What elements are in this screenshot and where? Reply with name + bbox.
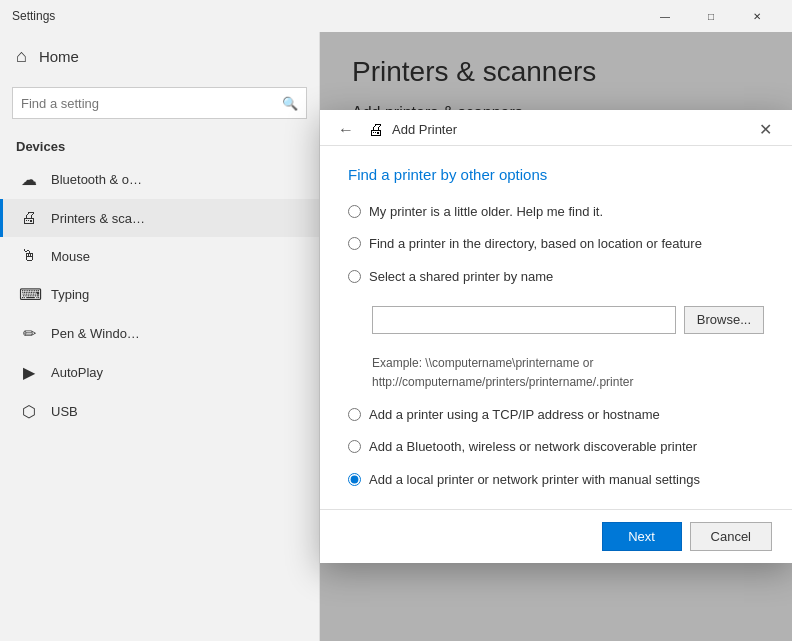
sidebar-item-label: Bluetooth & o… — [51, 172, 142, 187]
content-area: Printers & scanners Add printers & scann… — [320, 32, 792, 641]
minimize-button[interactable]: — — [642, 0, 688, 32]
sidebar-item-usb[interactable]: ⬡ USB — [0, 392, 319, 431]
autoplay-icon: ▶ — [19, 363, 39, 382]
radio-tcpip-label: Add a printer using a TCP/IP address or … — [369, 406, 660, 424]
radio-directory[interactable] — [348, 237, 361, 250]
sidebar-item-autoplay[interactable]: ▶ AutoPlay — [0, 353, 319, 392]
pen-icon: ✏ — [19, 324, 39, 343]
cancel-button[interactable]: Cancel — [690, 522, 772, 551]
radio-bluetooth-label: Add a Bluetooth, wireless or network dis… — [369, 438, 697, 456]
radio-item-local[interactable]: Add a local printer or network printer w… — [348, 471, 764, 489]
radio-directory-label: Find a printer in the directory, based o… — [369, 235, 702, 253]
sidebar-home-label: Home — [39, 48, 79, 65]
app-layout: ⌂ Home 🔍 Devices ☁ Bluetooth & o… 🖨 Prin… — [0, 32, 792, 641]
dialog-titlebar: ← 🖨 Add Printer ✕ — [320, 110, 792, 146]
keyboard-icon: ⌨ — [19, 285, 39, 304]
radio-older-label: My printer is a little older. Help me fi… — [369, 203, 603, 221]
next-button[interactable]: Next — [602, 522, 682, 551]
radio-item-directory[interactable]: Find a printer in the directory, based o… — [348, 235, 764, 253]
sidebar-home[interactable]: ⌂ Home — [0, 32, 319, 81]
sidebar-item-label: Mouse — [51, 249, 90, 264]
radio-local-label: Add a local printer or network printer w… — [369, 471, 700, 489]
sidebar-item-printers[interactable]: 🖨 Printers & sca… — [0, 199, 319, 237]
sidebar-item-label: Pen & Windo… — [51, 326, 140, 341]
dialog-find-title: Find a printer by other options — [348, 166, 764, 183]
radio-bluetooth[interactable] — [348, 440, 361, 453]
dialog-close-button[interactable]: ✕ — [751, 118, 780, 141]
printer-icon: 🖨 — [19, 209, 39, 227]
window-controls: — □ ✕ — [642, 0, 780, 32]
radio-local[interactable] — [348, 473, 361, 486]
shared-printer-input[interactable] — [372, 306, 676, 334]
radio-item-tcpip[interactable]: Add a printer using a TCP/IP address or … — [348, 406, 764, 424]
add-printer-dialog: ← 🖨 Add Printer ✕ Find a printer by othe… — [320, 110, 792, 563]
bluetooth-icon: ☁ — [19, 170, 39, 189]
close-button[interactable]: ✕ — [734, 0, 780, 32]
window-title: Settings — [12, 9, 55, 23]
dialog-title-text: Add Printer — [392, 122, 457, 137]
radio-shared-label: Select a shared printer by name — [369, 268, 553, 286]
dialog-overlay: ← 🖨 Add Printer ✕ Find a printer by othe… — [320, 32, 792, 641]
sidebar-item-pen[interactable]: ✏ Pen & Windo… — [0, 314, 319, 353]
sidebar-item-label: AutoPlay — [51, 365, 103, 380]
sidebar-item-label: Printers & sca… — [51, 211, 145, 226]
sidebar-search-container: 🔍 — [12, 87, 307, 119]
sidebar-item-mouse[interactable]: 🖱 Mouse — [0, 237, 319, 275]
radio-older[interactable] — [348, 205, 361, 218]
browse-button[interactable]: Browse... — [684, 306, 764, 334]
mouse-icon: 🖱 — [19, 247, 39, 265]
dialog-printer-icon: 🖨 — [368, 121, 384, 139]
shared-printer-row: Browse... — [372, 306, 764, 334]
sidebar: ⌂ Home 🔍 Devices ☁ Bluetooth & o… 🖨 Prin… — [0, 32, 320, 641]
sidebar-item-label: Typing — [51, 287, 89, 302]
example-line1: Example: \\computername\printername or — [372, 356, 593, 370]
radio-item-older[interactable]: My printer is a little older. Help me fi… — [348, 203, 764, 221]
sidebar-item-label: USB — [51, 404, 78, 419]
home-icon: ⌂ — [16, 46, 27, 67]
dialog-back-button[interactable]: ← — [332, 119, 360, 141]
dialog-title-left: ← 🖨 Add Printer — [332, 119, 457, 141]
search-input[interactable] — [21, 96, 282, 111]
radio-tcpip[interactable] — [348, 408, 361, 421]
example-line2: http://computername/printers/printername… — [372, 375, 633, 389]
radio-item-bluetooth[interactable]: Add a Bluetooth, wireless or network dis… — [348, 438, 764, 456]
sidebar-item-typing[interactable]: ⌨ Typing — [0, 275, 319, 314]
search-icon: 🔍 — [282, 96, 298, 111]
example-text: Example: \\computername\printername or h… — [372, 354, 764, 392]
maximize-button[interactable]: □ — [688, 0, 734, 32]
sidebar-item-bluetooth[interactable]: ☁ Bluetooth & o… — [0, 160, 319, 199]
dialog-body: Find a printer by other options My print… — [320, 146, 792, 509]
radio-group: My printer is a little older. Help me fi… — [348, 203, 764, 489]
window-titlebar: Settings — □ ✕ — [0, 0, 792, 32]
usb-icon: ⬡ — [19, 402, 39, 421]
sidebar-section-title: Devices — [0, 131, 319, 160]
radio-shared[interactable] — [348, 270, 361, 283]
radio-item-shared[interactable]: Select a shared printer by name — [348, 268, 764, 286]
dialog-footer: Next Cancel — [320, 509, 792, 563]
